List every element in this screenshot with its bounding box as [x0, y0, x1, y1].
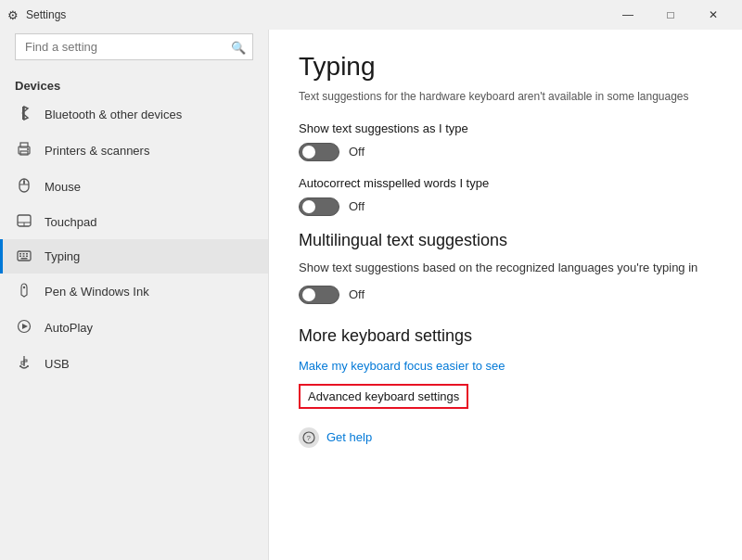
sidebar-item-touchpad[interactable]: Touchpad	[0, 205, 268, 239]
sidebar-item-printers[interactable]: Printers & scanners	[0, 133, 268, 169]
multilingual-state: Off	[349, 287, 365, 301]
printer-icon	[15, 142, 33, 159]
pen-icon	[15, 283, 33, 300]
autocorrect-toggle[interactable]	[299, 197, 339, 216]
svg-text:?: ?	[307, 434, 312, 442]
title-bar-controls: — □ ✕	[607, 0, 735, 30]
page-title: Typing	[299, 52, 712, 82]
search-container: 🔍	[15, 33, 253, 60]
touchpad-label: Touchpad	[45, 215, 96, 229]
title-bar: ⚙ Settings — □ ✕	[0, 0, 742, 30]
title-bar-title: Settings	[26, 8, 66, 21]
toggle-knob-3	[302, 288, 315, 301]
svg-point-20	[23, 286, 25, 288]
svg-rect-13	[19, 253, 21, 255]
settings-app-icon: ⚙	[7, 8, 19, 22]
sidebar-item-usb[interactable]: USB	[0, 346, 268, 382]
keyboard-icon	[15, 248, 33, 264]
svg-point-4	[27, 148, 29, 150]
get-help-link[interactable]: Get help	[326, 430, 372, 444]
show-text-suggestions-label: Show text suggestions as I type	[299, 121, 712, 135]
multilingual-toggle-row: Off	[299, 286, 712, 304]
autocorrect-state: Off	[349, 199, 365, 213]
autocorrect-label: Autocorrect misspelled words I type	[299, 176, 712, 190]
show-text-suggestions-state: Off	[349, 145, 365, 159]
pen-label: Pen & Windows Ink	[45, 285, 149, 299]
multilingual-desc: Show text suggestions based on the recog…	[299, 260, 712, 276]
usb-icon	[15, 355, 33, 373]
show-text-suggestions-toggle[interactable]	[299, 143, 339, 161]
search-input[interactable]	[15, 33, 253, 60]
get-help-icon: ?	[299, 427, 319, 448]
svg-rect-19	[21, 258, 28, 260]
multilingual-toggle[interactable]	[299, 286, 339, 304]
sidebar-item-pen[interactable]: Pen & Windows Ink	[0, 274, 268, 310]
get-help-row: ? Get help	[299, 427, 712, 448]
sidebar: 🔍 Devices Bluetooth & other devices	[0, 30, 269, 560]
sidebar-item-mouse[interactable]: Mouse	[0, 169, 268, 205]
svg-rect-15	[26, 253, 28, 255]
bluetooth-label: Bluetooth & other devices	[45, 108, 182, 121]
sidebar-section-title: Devices	[0, 71, 268, 96]
svg-rect-17	[23, 256, 25, 258]
toggle-knob-2	[302, 200, 315, 213]
svg-point-27	[27, 365, 29, 367]
multilingual-heading: Multilingual text suggestions	[299, 231, 712, 250]
touchpad-icon	[15, 214, 33, 230]
close-button[interactable]: ✕	[692, 0, 735, 30]
more-keyboard-heading: More keyboard settings	[299, 326, 712, 346]
mouse-label: Mouse	[45, 180, 81, 194]
sidebar-item-bluetooth[interactable]: Bluetooth & other devices	[0, 96, 268, 133]
svg-marker-22	[22, 324, 28, 329]
mouse-icon	[15, 178, 33, 196]
svg-rect-18	[26, 256, 28, 258]
show-text-suggestions-row: Off	[299, 143, 712, 161]
search-icon: 🔍	[231, 40, 246, 54]
maximize-button[interactable]: □	[649, 0, 692, 30]
sidebar-item-autoplay[interactable]: AutoPlay	[0, 310, 268, 346]
svg-point-26	[19, 365, 21, 367]
subtitle-note: Text suggestions for the hardware keyboa…	[299, 89, 712, 105]
svg-rect-25	[24, 360, 27, 362]
svg-rect-16	[19, 256, 21, 258]
usb-label: USB	[45, 357, 70, 371]
sidebar-item-typing[interactable]: Typing	[0, 239, 268, 274]
bluetooth-icon	[15, 106, 33, 123]
advanced-keyboard-link[interactable]: Advanced keyboard settings	[299, 384, 468, 409]
toggle-knob	[302, 146, 315, 159]
autoplay-label: AutoPlay	[45, 321, 93, 335]
svg-rect-14	[23, 253, 25, 255]
autocorrect-row: Off	[299, 197, 712, 216]
main-content: Typing Text suggestions for the hardware…	[269, 30, 742, 560]
autoplay-icon	[15, 319, 33, 337]
title-bar-left: ⚙ Settings	[7, 8, 607, 22]
printers-label: Printers & scanners	[45, 144, 149, 158]
typing-label: Typing	[45, 249, 80, 263]
app-body: 🔍 Devices Bluetooth & other devices	[0, 30, 742, 560]
minimize-button[interactable]: —	[607, 0, 649, 30]
keyboard-focus-link[interactable]: Make my keyboard focus easier to see	[299, 359, 712, 373]
